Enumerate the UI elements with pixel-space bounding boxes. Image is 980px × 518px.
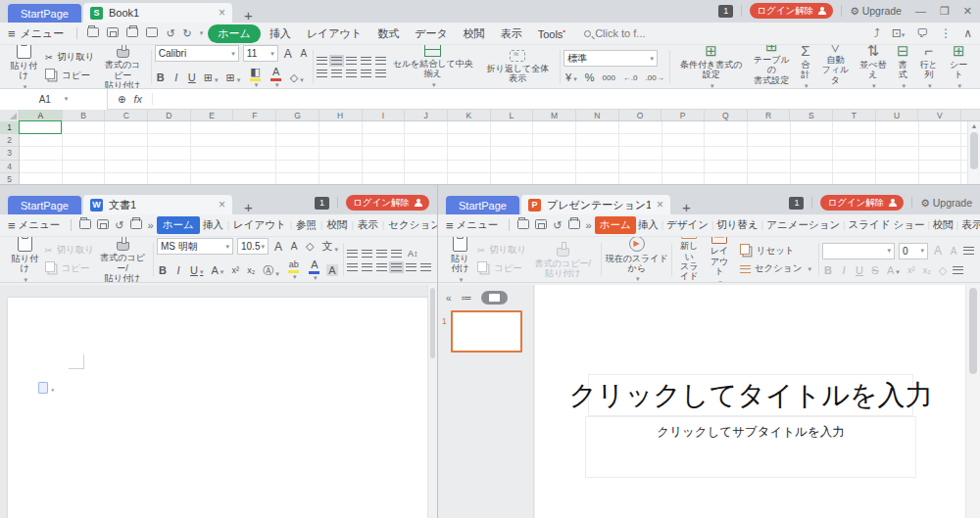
column-header-J[interactable]: J: [405, 110, 448, 120]
paragraph-settings-icon[interactable]: A↕: [406, 249, 420, 259]
redo-icon[interactable]: ↻: [180, 27, 195, 40]
column-header-V[interactable]: V: [918, 110, 961, 120]
ppt-tab-design[interactable]: デザイン: [664, 216, 710, 234]
sheet-tab-layout[interactable]: レイアウト: [300, 24, 368, 43]
paste-button[interactable]: 貼り付け: [10, 236, 40, 283]
bullet-list-icon[interactable]: [963, 247, 974, 255]
collapse-panel-icon[interactable]: «: [446, 293, 452, 304]
increase-decimal-button[interactable]: ←.0: [621, 73, 640, 82]
more-icons-chevron[interactable]: »: [145, 219, 157, 231]
justify-icon[interactable]: [391, 263, 402, 271]
grow-font-button[interactable]: A: [932, 244, 944, 258]
scrollbar-thumb[interactable]: [430, 288, 435, 358]
outline-view-icon[interactable]: ≔: [462, 292, 471, 305]
sheet-tab-insert[interactable]: 挿入: [263, 24, 298, 43]
italic-button[interactable]: I: [172, 264, 184, 276]
shrink-font-button[interactable]: A: [288, 241, 300, 252]
rows-columns-button[interactable]: ⌐行と列: [917, 44, 940, 89]
open-file-icon[interactable]: [84, 27, 102, 39]
active-cell-a1[interactable]: [19, 120, 62, 134]
clear-format-button[interactable]: ◇: [304, 240, 316, 253]
strikethrough-button[interactable]: S: [869, 264, 881, 276]
copy-button[interactable]: コピー: [45, 261, 90, 275]
writer-new-tab-button[interactable]: +: [244, 200, 253, 214]
align-right-icon[interactable]: [346, 70, 357, 77]
align-left-icon[interactable]: [347, 263, 358, 271]
writer-tab-layout[interactable]: レイアウト: [230, 216, 289, 234]
ppt-tab-animations[interactable]: アニメーション: [764, 216, 842, 234]
sheet-tab-formulas[interactable]: 数式: [370, 24, 406, 43]
undo-icon[interactable]: ↺: [550, 219, 564, 232]
paste-button[interactable]: 貼り付け: [448, 236, 472, 283]
section-button[interactable]: セクション: [740, 262, 811, 275]
format-button[interactable]: ⊟書式: [896, 44, 910, 89]
draw-border-button[interactable]: ⊞: [224, 71, 243, 84]
close-button[interactable]: ✕: [963, 5, 972, 18]
slide-thumbnail-1[interactable]: [451, 310, 522, 353]
currency-style-button[interactable]: ¥: [564, 71, 579, 83]
row-header-3[interactable]: 3: [0, 147, 19, 160]
fx-icon[interactable]: fx: [133, 93, 142, 105]
sheet-search-button[interactable]: Click to f...: [584, 27, 645, 39]
format-painter-button[interactable]: 書式のコピー 貼り付け: [101, 44, 143, 89]
writer-tab-review[interactable]: 校閲: [323, 216, 350, 234]
ppt-tab-insert[interactable]: 挿入: [636, 216, 661, 234]
clear-format-button[interactable]: ◇: [288, 71, 306, 84]
grow-font-button[interactable]: A: [272, 240, 284, 254]
copy-button[interactable]: コピー: [45, 69, 90, 82]
hamburger-icon[interactable]: ≡: [8, 218, 16, 233]
writer-tab-view[interactable]: 表示: [355, 216, 381, 234]
underline-button[interactable]: U: [186, 71, 198, 83]
worksheet-button[interactable]: ⊞シート: [947, 44, 970, 89]
shrink-font-button[interactable]: A: [298, 48, 310, 59]
print-icon[interactable]: [127, 219, 145, 231]
kebab-menu-icon[interactable]: ⋮: [940, 26, 952, 40]
sheet-logout-button[interactable]: ログイン解除: [750, 3, 833, 19]
font-color-button[interactable]: A: [269, 67, 284, 88]
sheet-tab-view[interactable]: 表示: [494, 24, 529, 43]
writer-tab-insert[interactable]: 挿入: [200, 216, 226, 234]
sheet-tab-data[interactable]: データ: [408, 24, 455, 43]
scrollbar-thumb[interactable]: [969, 288, 977, 374]
ppt-tab-startpage[interactable]: StartPage: [446, 196, 519, 214]
align-bottom-icon[interactable]: [346, 57, 357, 65]
column-header-R[interactable]: R: [748, 110, 791, 120]
font-family-select[interactable]: ▾: [822, 243, 895, 259]
writer-logout-button[interactable]: ログイン解除: [346, 195, 429, 211]
open-file-icon[interactable]: [76, 219, 94, 231]
line-spacing-icon[interactable]: [420, 263, 431, 271]
column-header-I[interactable]: I: [363, 110, 406, 120]
ppt-upgrade-button[interactable]: ⚙ Upgrade: [920, 197, 972, 209]
ppt-tab-home[interactable]: ホーム: [595, 216, 636, 234]
ppt-menu-button[interactable]: メニュー: [457, 218, 499, 232]
undo-icon[interactable]: ↺: [163, 27, 177, 40]
document-page[interactable]: [8, 298, 428, 518]
paste-button[interactable]: 貼り付け: [10, 44, 38, 89]
fill-color-button[interactable]: ◧: [246, 67, 264, 88]
decrease-indent-icon[interactable]: [376, 250, 387, 258]
italic-button[interactable]: I: [838, 264, 850, 276]
cut-button[interactable]: ✂ 切り取り: [477, 244, 526, 257]
ppt-logout-button[interactable]: ログイン解除: [820, 195, 904, 211]
sheet-vertical-scrollbar[interactable]: ▲: [967, 121, 980, 185]
select-all-corner[interactable]: [0, 110, 20, 121]
column-header-B[interactable]: B: [63, 110, 106, 120]
merge-center-button[interactable]: セルを結合して中央揃え: [390, 44, 476, 89]
scroll-up-icon[interactable]: ▲: [968, 121, 980, 131]
writer-tab-references[interactable]: 参照: [293, 216, 319, 234]
column-header-O[interactable]: O: [619, 110, 662, 120]
print-icon[interactable]: [123, 27, 141, 39]
sum-button[interactable]: Σ合計: [798, 44, 812, 89]
table-format-button[interactable]: ⊞テーブルの 書式設定: [753, 44, 791, 89]
font-size-select[interactable]: 0▾: [899, 243, 928, 259]
ppt-tab-slideshow[interactable]: スライド ショー: [847, 216, 927, 234]
hamburger-icon[interactable]: ≡: [8, 26, 16, 41]
row-header-5[interactable]: 5: [0, 173, 19, 185]
column-header-F[interactable]: F: [233, 110, 276, 120]
save-icon[interactable]: [94, 219, 112, 231]
char-border-button[interactable]: A: [209, 264, 225, 276]
orientation-icon[interactable]: [375, 70, 386, 77]
ppt-tab-view[interactable]: 表示: [959, 216, 980, 234]
zoom-formula-icon[interactable]: ⊕: [118, 94, 125, 105]
superscript-button[interactable]: x²: [906, 265, 917, 275]
